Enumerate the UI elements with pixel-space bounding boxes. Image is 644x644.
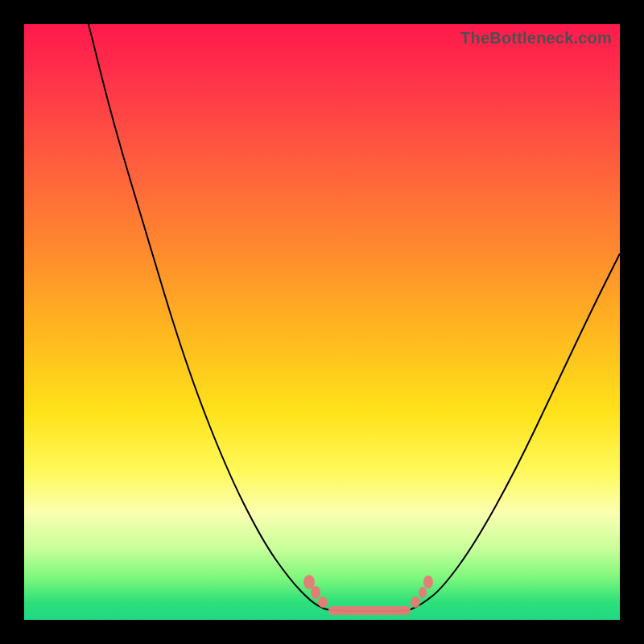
markers-group (303, 575, 433, 615)
plot-area: TheBottleneck.com (24, 24, 620, 620)
right-marker-1 (411, 597, 420, 608)
left-marker-3 (318, 597, 328, 608)
bottleneck-curve (89, 24, 620, 611)
chart-frame: TheBottleneck.com (0, 0, 644, 644)
right-marker-3 (423, 576, 433, 588)
right-marker-2 (419, 587, 427, 598)
curve-svg (24, 24, 620, 620)
left-marker-2 (311, 586, 320, 599)
trough-marker-bar (328, 606, 411, 615)
